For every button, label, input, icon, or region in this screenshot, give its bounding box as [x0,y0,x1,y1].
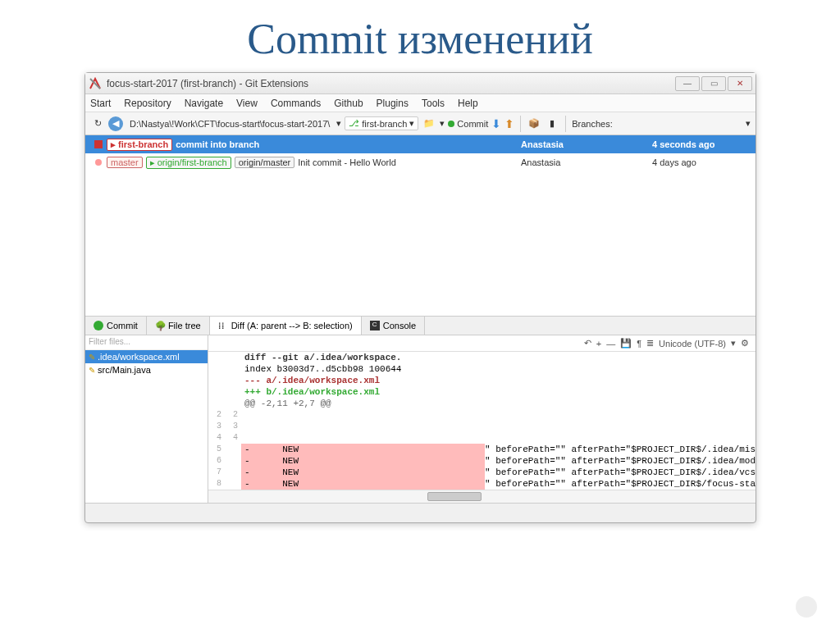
detail-pane: Filter files... ✎ .idea/workspace.xml ✎ … [85,335,756,504]
diff-line[interactable]: +++ b/.idea/workspace.xml [208,386,756,398]
folder-icon[interactable]: 📁 [422,116,436,131]
app-window: focus-start-2017 (first-branch) - Git Ex… [84,72,756,523]
branch-tag-origin-first[interactable]: ▸ origin/first-branch [146,157,231,169]
commit-message: commit into branch [176,139,521,149]
diff-line[interactable]: 33 [208,421,756,432]
minimize-button[interactable]: — [675,76,700,91]
file-item-workspace[interactable]: ✎ .idea/workspace.xml [85,350,208,363]
diff-line[interactable]: 22 [208,409,756,421]
filetree-tab-icon: 🌳 [155,321,165,330]
toolbar-dropdown-icon[interactable]: ▾ [746,118,751,129]
commit-button[interactable]: Commit [448,119,488,129]
branch-name: first-branch [362,119,407,129]
commit-message: Init commit - Hello World [298,157,521,167]
menu-github[interactable]: Github [334,98,363,109]
commit-node-icon [94,140,103,148]
diff-content[interactable]: diff --git a/.idea/workspace.index b3003… [208,352,756,490]
diff-view: ↶ + — 💾 ¶ ≣ Unicode (UTF-8) ▾ ⚙ diff --g… [208,335,756,503]
titlebar[interactable]: focus-start-2017 (first-branch) - Git Ex… [85,73,756,94]
branches-label: Branches: [572,119,613,129]
diff-line[interactable]: @@ -2,11 +2,7 @@ [208,398,756,409]
diff-line[interactable]: --- a/.idea/workspace.xml [208,375,756,386]
tab-filetree[interactable]: 🌳 File tree [147,317,210,335]
branch-dropdown-icon: ▾ [409,118,414,129]
file-filter-input[interactable]: Filter files... [85,335,208,350]
branch-tag-master[interactable]: master [107,157,143,168]
branch-selector[interactable]: ⎇ first-branch ▾ [345,116,418,130]
pilcrow-icon[interactable]: ¶ [637,339,641,349]
diff-line[interactable]: 6- NEW" beforePath="" afterPath="$PROJEC… [208,455,756,467]
save-icon[interactable]: 💾 [620,338,632,349]
push-icon[interactable]: ⬆ [504,117,514,130]
slide-page-number [796,596,817,618]
commit-time: 4 seconds ago [652,139,751,149]
diff-plus-icon[interactable]: + [596,339,601,349]
commit-row-head[interactable]: ▸ first-branch commit into branch Anasta… [85,135,756,153]
terminal-icon[interactable]: ▮ [545,116,559,131]
menubar: Start Repository Navigate View Commands … [85,94,756,112]
file-list: Filter files... ✎ .idea/workspace.xml ✎ … [85,335,208,503]
tab-console[interactable]: C Console [362,317,425,335]
menu-commands[interactable]: Commands [271,98,321,109]
diff-line[interactable]: 5- NEW" beforePath="" afterPath="$PROJEC… [208,444,756,455]
commit-graph: ▸ first-branch commit into branch Anasta… [85,135,756,316]
menu-view[interactable]: View [236,98,258,109]
diff-line[interactable]: 44 [208,432,756,444]
console-tab-icon: C [370,321,380,330]
window-title: focus-start-2017 (first-branch) - Git Ex… [107,78,675,89]
edit-icon: ✎ [89,353,95,362]
diff-minus-icon[interactable]: — [606,339,615,349]
stash-icon[interactable]: 📦 [527,116,541,131]
back-icon[interactable]: ◀ [108,116,123,131]
commit-label: Commit [457,119,488,129]
menu-plugins[interactable]: Plugins [377,98,409,109]
commit-time: 4 days ago [652,157,751,167]
main-toolbar: ↻ ◀ D:\Nastya\!Work\CFT\focus-start\focu… [85,112,756,135]
branch-icon: ⎇ [349,118,359,129]
maximize-button[interactable]: ▭ [701,76,726,91]
commit-row[interactable]: master ▸ origin/first-branch origin/mast… [85,153,756,171]
edit-icon: ✎ [89,366,95,375]
tab-diff[interactable]: ⁞⁞ Diff (A: parent --> B: selection) [210,317,362,335]
diff-toolbar: ↶ + — 💾 ¶ ≣ Unicode (UTF-8) ▾ ⚙ [208,335,756,352]
commit-author: Anastasia [521,157,652,167]
pull-icon[interactable]: ⬇ [491,117,501,130]
diff-line[interactable]: diff --git a/.idea/workspace. [208,352,756,363]
close-button[interactable]: ✕ [728,76,752,91]
settings-icon[interactable]: ⚙ [741,338,749,349]
diff-horizontal-scrollbar[interactable] [208,490,756,503]
list-icon[interactable]: ≣ [646,338,654,349]
menu-help[interactable]: Help [458,98,478,109]
menu-repository[interactable]: Repository [124,98,171,109]
app-icon [89,77,102,90]
tab-commit[interactable]: Commit [85,317,147,335]
slide-title: Commit изменений [0,0,840,70]
head-branch-tag[interactable]: ▸ first-branch [107,139,172,151]
diff-tab-icon: ⁞⁞ [218,321,228,330]
commit-node-icon [95,159,102,166]
menu-navigate[interactable]: Navigate [185,98,223,109]
refresh-icon[interactable]: ↻ [90,116,105,131]
detail-tabs: Commit 🌳 File tree ⁞⁞ Diff (A: parent --… [85,316,756,335]
encoding-selector[interactable]: Unicode (UTF-8) [659,339,726,349]
diff-line[interactable]: 7- NEW" beforePath="" afterPath="$PROJEC… [208,467,756,478]
branch-tag-origin-master[interactable]: origin/master [235,157,295,168]
scrollbar-thumb[interactable] [427,492,482,501]
undo-icon[interactable]: ↶ [584,338,591,349]
path-dropdown-icon[interactable]: ▾ [336,118,341,129]
diff-line[interactable]: index b3003d7..d5cbb98 100644 [208,363,756,375]
menu-start[interactable]: Start [90,98,111,109]
diff-line[interactable]: 8- NEW" beforePath="" afterPath="$PROJEC… [208,478,756,490]
commit-tab-icon [94,321,103,330]
menu-tools[interactable]: Tools [422,98,445,109]
commit-author: Anastasia [521,139,652,149]
repo-path[interactable]: D:\Nastya\!Work\CFT\focus-start\focus-st… [126,119,333,129]
file-item-mainjava[interactable]: ✎ src/Main.java [85,363,208,376]
commit-dot-icon [448,121,454,127]
